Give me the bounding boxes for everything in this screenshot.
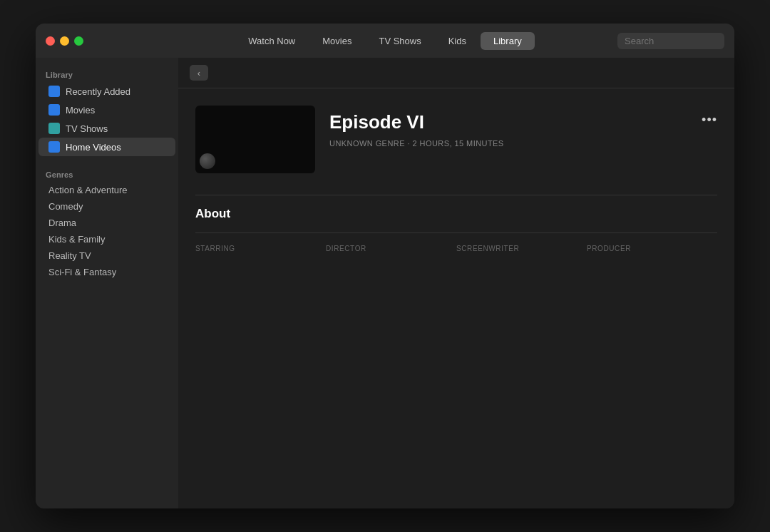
sidebar-item-label: Home Videos (66, 142, 121, 153)
sidebar: Library Recently Added Movies TV Shows H… (36, 58, 178, 508)
tab-movies[interactable]: Movies (309, 32, 364, 50)
genre-sci-fi[interactable]: Sci-Fi & Fantasy (38, 264, 175, 280)
maximize-button[interactable] (74, 36, 83, 46)
section-divider (195, 195, 717, 195)
credit-starring: STARRING (195, 245, 326, 255)
nav-tabs: Watch Now Movies TV Shows Kids Library (235, 32, 534, 50)
tab-kids[interactable]: Kids (436, 32, 479, 50)
genre-kids-family[interactable]: Kids & Family (38, 231, 175, 247)
genre-action[interactable]: Action & Adventure (38, 182, 175, 198)
producer-label: PRODUCER (587, 245, 717, 252)
genres-section-label: Genres (36, 166, 178, 182)
movie-meta: UNKNOWN GENRE · 2 HOURS, 15 MINUTES (329, 139, 717, 148)
more-options-button[interactable]: ••• (702, 113, 717, 128)
tv-shows-icon (48, 123, 60, 134)
traffic-lights (46, 36, 83, 46)
genres-section: Genres Action & Adventure Comedy Drama K… (36, 166, 178, 280)
search-input[interactable] (617, 33, 724, 49)
planet-icon (200, 153, 215, 169)
library-section-label: Library (36, 66, 178, 82)
back-button[interactable]: ‹ (190, 65, 208, 81)
section-divider-2 (195, 232, 717, 233)
content-body: Episode VI UNKNOWN GENRE · 2 HOURS, 15 M… (178, 88, 734, 508)
sidebar-item-tv-shows[interactable]: TV Shows (38, 119, 175, 138)
close-button[interactable] (46, 36, 55, 46)
app-window: Watch Now Movies TV Shows Kids Library L… (36, 24, 734, 508)
genre-drama[interactable]: Drama (38, 215, 175, 231)
tab-library[interactable]: Library (481, 32, 535, 50)
sidebar-item-label: TV Shows (66, 123, 108, 134)
minimize-button[interactable] (60, 36, 69, 46)
titlebar: Watch Now Movies TV Shows Kids Library (36, 24, 734, 58)
content-toolbar: ‹ (178, 58, 734, 88)
main-content: Library Recently Added Movies TV Shows H… (36, 58, 734, 508)
recently-added-icon (48, 86, 60, 97)
sidebar-item-movies[interactable]: Movies (38, 101, 175, 119)
credit-screenwriter: SCREENWRITER (456, 245, 587, 255)
movie-duration: 2 HOURS, 15 MINUTES (412, 139, 503, 148)
credits-row: STARRING DIRECTOR SCREENWRITER PRODUCER (195, 245, 717, 255)
starring-label: STARRING (195, 245, 326, 252)
movies-icon (48, 104, 60, 116)
movie-genre: UNKNOWN GENRE (329, 139, 405, 148)
movie-thumbnail (195, 106, 315, 173)
director-label: DIRECTOR (326, 245, 456, 252)
sidebar-item-recently-added[interactable]: Recently Added (38, 82, 175, 101)
genre-reality-tv[interactable]: Reality TV (38, 247, 175, 264)
genre-comedy[interactable]: Comedy (38, 198, 175, 215)
content-area: ‹ Episode VI UNKNOWN GENRE · 2 HOURS, 15… (178, 58, 734, 508)
screenwriter-label: SCREENWRITER (456, 245, 587, 252)
tab-watch-now[interactable]: Watch Now (235, 32, 308, 50)
sidebar-item-home-videos[interactable]: Home Videos (38, 138, 175, 156)
movie-info: Episode VI UNKNOWN GENRE · 2 HOURS, 15 M… (329, 106, 717, 148)
sidebar-item-label: Movies (66, 105, 95, 116)
credit-producer: PRODUCER (587, 245, 717, 255)
credit-director: DIRECTOR (326, 245, 456, 255)
movie-header: Episode VI UNKNOWN GENRE · 2 HOURS, 15 M… (195, 106, 717, 173)
movie-title: Episode VI (329, 111, 717, 133)
home-videos-icon (48, 141, 60, 153)
tab-tv-shows[interactable]: TV Shows (366, 32, 433, 50)
sidebar-item-label: Recently Added (66, 86, 130, 97)
about-label: About (195, 207, 717, 221)
